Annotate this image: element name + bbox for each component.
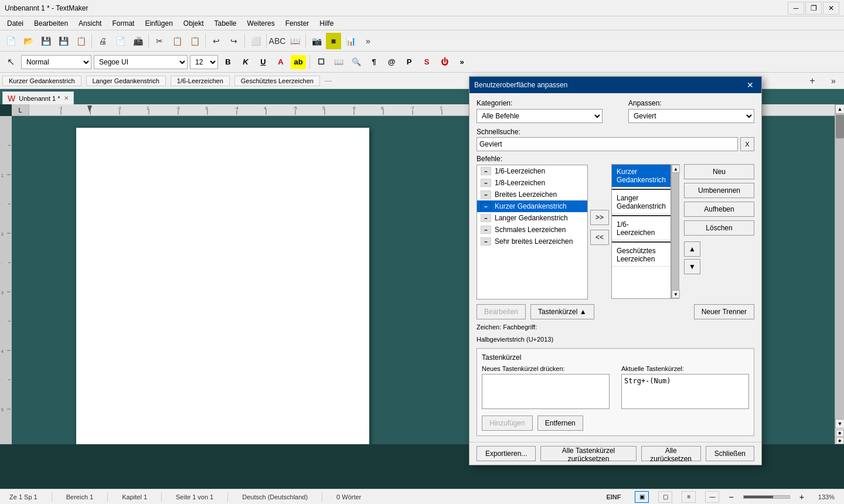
cmd-item-1[interactable]: ▪▪ 1/6-Leerzeichen [477, 165, 587, 177]
document-page[interactable] [76, 128, 369, 444]
neu-btn[interactable]: Neu [684, 164, 754, 179]
add-btn[interactable]: >> [590, 210, 609, 225]
cmd-item-6[interactable]: ▪▪ Schmales Leerzeichen [477, 224, 587, 236]
textmkr-btn[interactable]: P [401, 55, 417, 69]
kategorien-select[interactable]: Alle Befehle [477, 109, 603, 123]
entfernen-btn[interactable]: Entfernen [537, 416, 583, 431]
underline-btn[interactable]: U [256, 55, 271, 69]
frame-btn[interactable]: ⬜ [247, 33, 264, 49]
schnellsuche-clear-btn[interactable]: X [740, 137, 754, 151]
remove-btn[interactable]: << [590, 230, 609, 245]
bold-btn[interactable]: B [220, 55, 236, 69]
befehle-list[interactable]: ▪▪ 1/6-Leerzeichen ▪▪ 1/8-Leerzeichen ▪▪… [477, 165, 588, 299]
tab-close-btn[interactable]: ✕ [64, 95, 69, 101]
neues-input[interactable] [482, 374, 610, 409]
paste-btn[interactable]: 📋 [186, 33, 203, 49]
font-select[interactable]: Segoe UI [94, 55, 188, 69]
book-btn[interactable]: 📖 [331, 55, 346, 69]
anp-item-4[interactable]: Geschütztes Leerzeichen [612, 244, 671, 267]
style-select[interactable]: Normal [21, 55, 91, 69]
save-btn[interactable]: 💾 [38, 33, 54, 49]
neuer-trenner-btn[interactable]: Neuer Trenner [694, 304, 754, 319]
print-btn[interactable]: 🖨 [94, 33, 111, 49]
anp-item-2[interactable]: Langer Gedankenstrich [612, 191, 671, 214]
menu-objekt[interactable]: Objekt [179, 18, 209, 29]
mag-btn[interactable]: 🔍 [349, 55, 364, 69]
scroll-down-btn[interactable]: ▼ [835, 419, 844, 428]
redo-btn[interactable]: ↪ [226, 33, 242, 49]
new-btn[interactable]: 📄 [2, 33, 19, 49]
fax-btn[interactable]: 📠 [130, 33, 146, 49]
cmd-item-5[interactable]: ▪▪ Langer Gedankenstrich [477, 212, 587, 224]
highlight-btn[interactable]: ab [291, 55, 306, 69]
pilcrow-btn[interactable]: ¶ [366, 55, 382, 69]
anp-item-1[interactable]: Kurzer Gedankenstrich [612, 165, 671, 188]
size-select[interactable]: 12 [190, 55, 218, 69]
menu-einfügen[interactable]: Einfügen [140, 18, 177, 29]
minimize-button[interactable]: ─ [788, 2, 804, 15]
scroll-next-btn[interactable]: ◆ [836, 437, 844, 444]
save2-btn[interactable]: 💾 [55, 33, 72, 49]
cut-btn[interactable]: ✂ [151, 33, 168, 49]
anp-item-3[interactable]: 1/6-Leerzeichen [612, 217, 671, 240]
print2-btn[interactable]: 📄 [112, 33, 128, 49]
cmd-item-4[interactable]: ▪▪ Kurzer Gedankenstrich [477, 200, 587, 212]
textbox-btn[interactable]: ☐ [314, 55, 329, 69]
menu-weiteres[interactable]: Weiteres [243, 18, 280, 29]
media1-btn[interactable]: 📷 [308, 33, 325, 49]
aktuelles-input[interactable] [621, 374, 749, 409]
menu-fenster[interactable]: Fenster [281, 18, 314, 29]
menu-bearbeiten[interactable]: Bearbeiten [29, 18, 73, 29]
restore-button[interactable]: ❐ [805, 2, 822, 15]
doc-tab[interactable]: W Unbenannt 1 * ✕ [2, 91, 74, 104]
cmd-item-3[interactable]: ▪▪ Breites Leerzeichen [477, 189, 587, 200]
quick-item-1[interactable]: Kurzer Gedankenstrich [2, 76, 81, 86]
schnellsuche-input[interactable] [477, 137, 738, 151]
anpassen-scrollbar[interactable]: ▲ ▼ [671, 164, 679, 299]
arrow-btn[interactable]: ↖ [2, 54, 19, 70]
menu-tabelle[interactable]: Tabelle [210, 18, 241, 29]
anp-scroll-up[interactable]: ▲ [672, 165, 680, 173]
power-btn[interactable]: ⏻ [437, 55, 452, 69]
open-btn[interactable]: 📂 [20, 33, 36, 49]
tastenkürzel-toggle-btn[interactable]: Tastenkürzel ▲ [530, 304, 594, 319]
anpassen-select[interactable]: Geviert [628, 109, 754, 123]
dialog-close-btn[interactable]: ✕ [744, 79, 757, 91]
move-down-btn[interactable]: ▼ [684, 259, 700, 274]
undo-btn[interactable]: ↩ [208, 33, 224, 49]
scroll-prev-btn[interactable]: ◆ [836, 430, 844, 437]
aufheben-btn[interactable]: Aufheben [684, 202, 754, 217]
more-btn[interactable]: » [360, 33, 376, 49]
menu-hilfe[interactable]: Hilfe [315, 18, 338, 29]
menu-ansicht[interactable]: Ansicht [74, 18, 106, 29]
umbenennen-btn[interactable]: Umbenennen [684, 183, 754, 198]
copy-btn[interactable]: 📋 [169, 33, 185, 49]
menu-format[interactable]: Format [107, 18, 139, 29]
scroll-up-btn[interactable]: ▲ [835, 104, 844, 114]
move-up-btn[interactable]: ▲ [684, 241, 700, 257]
softmaker-btn[interactable]: S [419, 55, 434, 69]
right-scrollbar[interactable]: ▲ ▼ ◆ ◆ [835, 104, 844, 444]
color-btn[interactable]: A [273, 55, 288, 69]
quick-add-btn[interactable]: + [804, 73, 821, 89]
thes-btn[interactable]: 📖 [287, 33, 303, 49]
cmd-item-2[interactable]: ▪▪ 1/8-Leerzeichen [477, 177, 587, 189]
email-btn[interactable]: @ [384, 55, 399, 69]
spell-btn[interactable]: ABC [269, 33, 285, 49]
quick-item-2[interactable]: Langer Gedankenstrich [86, 76, 166, 86]
chart-btn[interactable]: 📊 [342, 33, 359, 49]
more2-btn[interactable]: » [454, 55, 469, 69]
italic-btn[interactable]: K [238, 55, 253, 69]
close-button[interactable]: ✕ [823, 2, 839, 15]
quick-item-4[interactable]: Geschütztes Leerzeichen [234, 76, 320, 86]
cmd-item-7[interactable]: ▪▪ Sehr breites Leerzeichen [477, 236, 587, 247]
quick-more-btn[interactable]: » [825, 73, 842, 89]
quick-item-3[interactable]: 1/6-Leerzeichen [171, 76, 230, 86]
löschen-btn[interactable]: Löschen [684, 220, 754, 236]
media2-btn[interactable]: ■ [326, 33, 341, 49]
anp-scroll-down[interactable]: ▼ [672, 290, 680, 298]
hinzufügen-btn[interactable]: Hinzufügen [482, 416, 533, 431]
pdf-btn[interactable]: 📋 [73, 33, 89, 49]
anpassen-list[interactable]: Kurzer Gedankenstrich Langer Gedankenstr… [611, 164, 671, 299]
bearbeiten-btn[interactable]: Bearbeiten [477, 304, 526, 319]
